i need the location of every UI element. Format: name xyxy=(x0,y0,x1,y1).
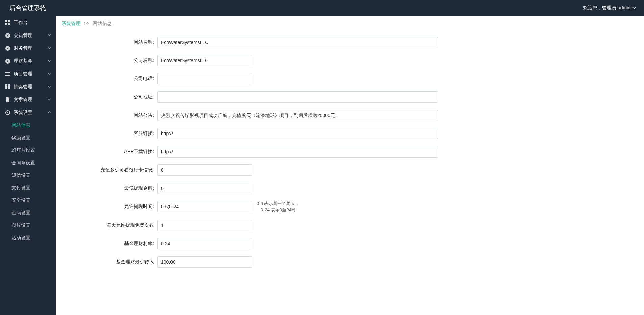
sidebar-item-label: 财务管理 xyxy=(14,45,48,51)
label-kefu_link: 客服链接: xyxy=(56,128,157,137)
chevron-down-icon xyxy=(48,46,51,50)
control-recharge_view_bank xyxy=(157,164,252,176)
grid-icon xyxy=(5,84,11,89)
label-app_link: APP下载链接: xyxy=(56,146,157,155)
main-content: 系统管理 >> 网站信息 网站名称:公司名称:公司电话:公司地址:网站公告:客服… xyxy=(56,16,644,315)
breadcrumb-sep: >> xyxy=(82,21,91,26)
sidebar-item-label: 抽奖管理 xyxy=(14,84,48,90)
svg-rect-0 xyxy=(5,20,7,22)
svg-rect-13 xyxy=(5,84,7,87)
chevron-down-icon xyxy=(48,85,51,89)
control-site_name xyxy=(157,37,438,48)
top-bar: 后台管理系统 欢迎您，管理员[admin] xyxy=(0,0,644,16)
input-fund_rate[interactable] xyxy=(157,238,252,249)
svg-rect-3 xyxy=(8,23,10,25)
control-min_withdraw xyxy=(157,183,252,194)
list-icon xyxy=(5,72,11,76)
sidebar-item-3[interactable]: ¥理财基金 xyxy=(0,55,56,68)
form-area: 网站名称:公司名称:公司电话:公司地址:网站公告:客服链接:APP下载链接:充值… xyxy=(56,30,644,268)
hint-allow_withdraw_time: 0-6 表示周一至周天，0-24 表示0至24时 xyxy=(257,201,299,213)
svg-rect-2 xyxy=(5,23,7,25)
sidebar-subitem-5[interactable]: 支付设置 xyxy=(0,181,56,194)
breadcrumb-current: 网站信息 xyxy=(93,21,112,26)
input-min_withdraw[interactable] xyxy=(157,183,252,194)
input-kefu_link[interactable] xyxy=(157,128,438,139)
label-daily_free_count: 每天允许提现免费次数 xyxy=(56,220,157,228)
sidebar-subitem-3[interactable]: 合同章设置 xyxy=(0,156,56,169)
input-fund_min_transfer[interactable] xyxy=(157,256,252,268)
input-site_name[interactable] xyxy=(157,37,438,48)
svg-rect-14 xyxy=(8,84,10,87)
input-daily_free_count[interactable] xyxy=(157,220,252,231)
svg-rect-18 xyxy=(7,100,9,100)
form-row-company_phone: 公司电话: xyxy=(56,73,644,84)
sidebar-item-7[interactable]: 系统设置 xyxy=(0,106,56,119)
input-allow_withdraw_time[interactable] xyxy=(157,201,252,212)
control-fund_min_transfer xyxy=(157,256,252,268)
chevron-down-icon xyxy=(48,33,51,38)
input-app_link[interactable] xyxy=(157,146,438,158)
input-company_phone[interactable] xyxy=(157,73,252,84)
form-row-site_notice: 网站公告: xyxy=(56,110,644,121)
sidebar-subitem-6[interactable]: 安全设置 xyxy=(0,194,56,207)
gear-icon xyxy=(5,110,11,115)
input-company_address[interactable] xyxy=(157,91,438,103)
input-site_notice[interactable] xyxy=(157,110,438,121)
sidebar-item-6[interactable]: 文章管理 xyxy=(0,93,56,106)
control-app_link xyxy=(157,146,438,158)
label-company_address: 公司地址: xyxy=(56,91,157,100)
sidebar-subitem-1[interactable]: 奖励设置 xyxy=(0,131,56,144)
sidebar-item-4[interactable]: 项目管理 xyxy=(0,68,56,80)
form-row-min_withdraw: 最低提现金额: xyxy=(56,183,644,194)
sidebar-subitem-0[interactable]: 网站信息 xyxy=(0,119,56,131)
input-recharge_view_bank[interactable] xyxy=(157,164,252,176)
sidebar-item-5[interactable]: 抽奖管理 xyxy=(0,80,56,93)
sidebar-item-label: 理财基金 xyxy=(14,58,48,64)
label-company_name: 公司名称: xyxy=(56,55,157,64)
sidebar-item-label: 系统设置 xyxy=(14,110,48,116)
sidebar-item-0[interactable]: 工作台 xyxy=(0,16,56,29)
form-row-company_address: 公司地址: xyxy=(56,91,644,103)
sidebar-subitem-4[interactable]: 短信设置 xyxy=(0,169,56,181)
yen-icon: ¥ xyxy=(5,59,11,64)
label-site_notice: 网站公告: xyxy=(56,110,157,118)
sidebar-subitem-2[interactable]: 幻灯片设置 xyxy=(0,144,56,156)
grid-icon xyxy=(5,20,11,25)
label-recharge_view_bank: 充值多少可看银行卡信息: xyxy=(56,164,157,173)
welcome-text: 欢迎您，管理员[admin] xyxy=(583,5,632,11)
svg-point-20 xyxy=(7,112,8,113)
sidebar-subitem-8[interactable]: 图片设置 xyxy=(0,219,56,232)
sidebar-submenu-system: 网站信息奖励设置幻灯片设置合同章设置短信设置支付设置安全设置密码设置图片设置活动… xyxy=(0,119,56,244)
control-allow_withdraw_time xyxy=(157,201,252,212)
chevron-up-icon xyxy=(48,111,51,115)
sidebar-item-label: 文章管理 xyxy=(14,97,48,103)
control-fund_rate xyxy=(157,238,252,249)
input-company_name[interactable] xyxy=(157,55,252,66)
form-row-kefu_link: 客服链接: xyxy=(56,128,644,139)
control-kefu_link xyxy=(157,128,438,139)
form-row-fund_rate: 基金理财利率: xyxy=(56,238,644,249)
sidebar-item-2[interactable]: ¥财务管理 xyxy=(0,42,56,55)
sidebar-item-1[interactable]: ¥会员管理 xyxy=(0,29,56,42)
breadcrumb: 系统管理 >> 网站信息 xyxy=(56,16,644,30)
control-company_name xyxy=(157,55,252,66)
svg-rect-11 xyxy=(5,74,10,74)
user-menu[interactable]: 欢迎您，管理员[admin] xyxy=(583,5,636,11)
control-daily_free_count xyxy=(157,220,252,231)
label-company_phone: 公司电话: xyxy=(56,73,157,82)
label-allow_withdraw_time: 允许提现时间: xyxy=(56,201,157,210)
form-row-allow_withdraw_time: 允许提现时间:0-6 表示周一至周天，0-24 表示0至24时 xyxy=(56,201,644,213)
sidebar-subitem-9[interactable]: 活动设置 xyxy=(0,232,56,244)
svg-rect-12 xyxy=(5,75,10,76)
sidebar-subitem-7[interactable]: 密码设置 xyxy=(0,207,56,219)
form-row-fund_min_transfer: 基金理财最少转入 xyxy=(56,256,644,268)
svg-rect-10 xyxy=(5,72,10,73)
form-row-app_link: APP下载链接: xyxy=(56,146,644,158)
control-company_phone xyxy=(157,73,252,84)
form-row-recharge_view_bank: 充值多少可看银行卡信息: xyxy=(56,164,644,176)
svg-rect-17 xyxy=(7,99,9,99)
label-site_name: 网站名称: xyxy=(56,37,157,45)
breadcrumb-parent-link[interactable]: 系统管理 xyxy=(62,21,80,26)
yen-icon: ¥ xyxy=(5,33,11,38)
sidebar: 工作台¥会员管理¥财务管理¥理财基金项目管理抽奖管理文章管理系统设置网站信息奖励… xyxy=(0,16,56,315)
